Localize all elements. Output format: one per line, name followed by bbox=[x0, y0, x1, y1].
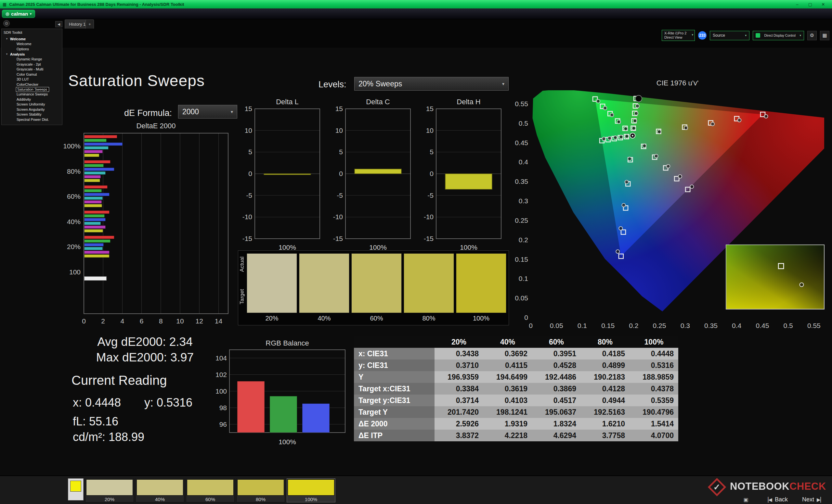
table-cell: 190.2183 bbox=[581, 371, 629, 383]
row-label-target-x-cie31: Target x:CIE31 bbox=[354, 383, 435, 395]
sidebar-item-screen-angularity[interactable]: Screen Angularity bbox=[2, 107, 62, 112]
table-cell: 188.9859 bbox=[629, 371, 678, 383]
measured-marker-yellow bbox=[633, 119, 637, 123]
table-cell: 0.3951 bbox=[532, 348, 581, 360]
chevron-down-icon: ▾ bbox=[800, 34, 801, 37]
de-bar-blue bbox=[84, 243, 104, 247]
sidebar-collapse-button[interactable]: ◀ bbox=[55, 21, 62, 27]
main-content: Saturation Sweeps dE Formula: 2000 ▾ Lev… bbox=[64, 48, 832, 475]
tree-expander-icon: ▾ bbox=[6, 37, 7, 41]
sidebar-item-spectral-power-dist[interactable]: Spectral Power Dist. bbox=[2, 117, 62, 122]
page-title: Saturation Sweeps bbox=[68, 72, 205, 90]
de-formula-label: dE Formula: bbox=[124, 108, 172, 118]
measurement-table: 20%40%60%80%100%x: CIE310.34380.36920.39… bbox=[354, 336, 678, 441]
table-cell: 3.7758 bbox=[581, 430, 629, 441]
measured-marker-cyan bbox=[619, 135, 623, 139]
sidebar-item-screen-uniformity[interactable]: Screen Uniformity bbox=[2, 102, 62, 107]
sweep-thumb-40%[interactable]: 40% bbox=[135, 478, 184, 502]
display-control-select[interactable]: Direct Display Control ▾ bbox=[753, 31, 804, 40]
workspace-menu-button[interactable]: ⊙ bbox=[3, 20, 10, 27]
table-cell: 0.4448 bbox=[629, 348, 678, 360]
col-header-40%: 40% bbox=[483, 336, 532, 348]
minimize-button[interactable]: – bbox=[791, 1, 803, 8]
levels-select[interactable]: 20% Sweeps ▾ bbox=[354, 77, 509, 91]
table-cell: 0.5359 bbox=[629, 395, 678, 406]
target-axis-label: Target bbox=[239, 289, 245, 304]
de-bar-magenta bbox=[84, 200, 102, 204]
calman-menu-button[interactable]: ◎ calman ▾ bbox=[2, 10, 35, 18]
settings-gear-button[interactable]: ⚙ bbox=[807, 31, 817, 40]
de-bar-red bbox=[84, 186, 108, 189]
thumb-label: 80% bbox=[237, 497, 284, 502]
thumb-swatch bbox=[86, 479, 133, 496]
svg-text:12: 12 bbox=[196, 317, 203, 325]
svg-text:10: 10 bbox=[176, 317, 184, 325]
svg-text:5: 5 bbox=[430, 148, 434, 156]
sidebar-group-analysis[interactable]: ▾Analysis bbox=[2, 52, 62, 57]
close-button[interactable]: ✕ bbox=[817, 1, 829, 8]
cie-chart-title: CIE 1976 u'v' bbox=[531, 79, 824, 87]
sweep-thumb-80%[interactable]: 80% bbox=[236, 478, 285, 502]
sweep-thumb-100%[interactable]: 100% bbox=[287, 478, 335, 502]
measured-marker-red bbox=[737, 118, 741, 122]
sidebar-header: SDR Toolkit bbox=[2, 29, 62, 36]
sidebar-item-options[interactable]: Options bbox=[2, 47, 62, 52]
sidebar-item-colorchecker[interactable]: ColorChecker bbox=[2, 82, 62, 87]
sidebar-item-3d-lut[interactable]: 3D LUT bbox=[2, 77, 62, 82]
de-bar-blue bbox=[84, 168, 114, 171]
table-cell: 4.0700 bbox=[629, 430, 678, 441]
next-button[interactable]: Next ▶▏ bbox=[802, 496, 824, 503]
source-select[interactable]: Source ▾ bbox=[710, 31, 750, 40]
row-label-x-cie31: x: CIE31 bbox=[354, 348, 435, 360]
table-cell: 3.8372 bbox=[435, 430, 483, 441]
sidebar-item-color-gamut[interactable]: Color Gamut bbox=[2, 72, 62, 77]
sidebar-item-grayscale-multi[interactable]: Grayscale - Multi bbox=[2, 67, 62, 72]
svg-text:98: 98 bbox=[219, 404, 227, 412]
thumb-swatch bbox=[237, 479, 284, 496]
delta_l-bar bbox=[264, 174, 311, 175]
maximize-button[interactable]: ▢ bbox=[804, 1, 816, 8]
svg-text:4: 4 bbox=[121, 317, 125, 325]
de-bar-yellow bbox=[84, 204, 102, 207]
sweep-thumb-60%[interactable]: 60% bbox=[186, 478, 235, 502]
add-tab-button[interactable]: + bbox=[85, 20, 94, 29]
back-button[interactable]: ▕◀ Back bbox=[765, 496, 788, 503]
toolbar-right-cluster: X-Rite i1Pro 2 Direct View ▾ 233 Source … bbox=[662, 30, 829, 41]
rgb-bar-blue bbox=[302, 404, 330, 432]
swatch-row: 20%40%60%80%100% bbox=[247, 253, 506, 322]
svg-text:0.1: 0.1 bbox=[577, 322, 587, 329]
table-cell: 0.3438 bbox=[435, 348, 483, 360]
de-formula-select[interactable]: 2000 ▾ bbox=[178, 105, 237, 118]
table-cell: 0.4528 bbox=[532, 360, 581, 371]
sidebar-item-additivity[interactable]: Additivity bbox=[2, 97, 62, 102]
svg-text:10: 10 bbox=[245, 127, 252, 134]
swatch-color bbox=[456, 253, 506, 313]
sweep-thumb-20%[interactable]: 20% bbox=[85, 478, 134, 502]
thumb-label: 100% bbox=[288, 497, 334, 502]
calman-logo-icon: ◎ bbox=[5, 11, 9, 16]
table-cell: 201.7420 bbox=[435, 406, 483, 418]
svg-text:40%: 40% bbox=[67, 218, 81, 225]
rgb-bar-red bbox=[237, 381, 264, 432]
sidebar-item-saturation-sweeps[interactable]: Saturation Sweeps bbox=[16, 87, 49, 92]
sidebar-item-welcome[interactable]: Welcome bbox=[2, 41, 62, 47]
layout-button[interactable]: ▦ bbox=[820, 31, 829, 40]
rgb-bar-green bbox=[270, 396, 297, 432]
measured-marker-magenta bbox=[643, 144, 646, 148]
svg-text:-15: -15 bbox=[424, 235, 434, 242]
measured-marker-blue bbox=[628, 157, 631, 161]
de-bar-cyan bbox=[84, 171, 106, 175]
table-cell: 198.1241 bbox=[483, 406, 532, 418]
display-window-icon[interactable]: ▣ bbox=[744, 497, 749, 503]
sidebar-item-luminance-sweeps[interactable]: Luminance Sweeps bbox=[2, 92, 62, 97]
meter-count-badge[interactable]: 233 bbox=[698, 31, 706, 39]
sidebar-item-grayscale-2pt[interactable]: Grayscale - 2pt bbox=[2, 62, 62, 67]
svg-text:20%: 20% bbox=[67, 243, 81, 250]
sidebar-item-dynamic-range[interactable]: Dynamic Range bbox=[2, 57, 62, 62]
sweep-swatch-40%: 40% bbox=[299, 253, 349, 322]
meter-select-button[interactable]: X-Rite i1Pro 2 Direct View ▾ bbox=[662, 30, 695, 41]
sidebar-item-screen-stability[interactable]: Screen Stability bbox=[2, 112, 62, 117]
preview-thumb-selected[interactable] bbox=[68, 478, 83, 500]
sidebar-group-welcome[interactable]: ▾Welcome bbox=[2, 36, 62, 41]
deltae-chart-title: DeltaE 2000 bbox=[84, 122, 228, 130]
